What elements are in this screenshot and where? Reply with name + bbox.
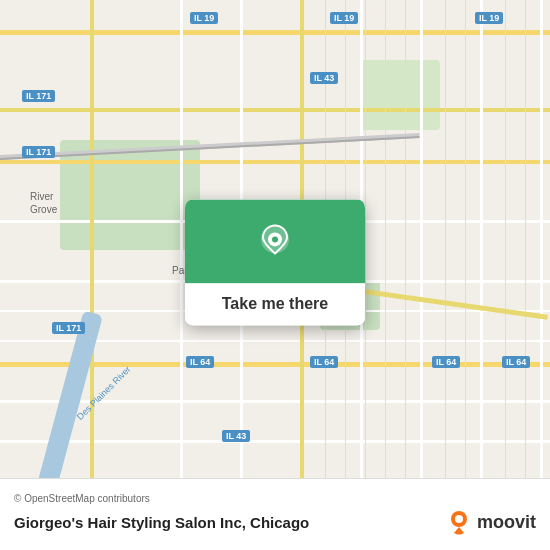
svg-point-4: [455, 515, 463, 523]
take-me-there-button[interactable]: Take me there: [185, 283, 365, 325]
label-il64-2: IL 64: [310, 356, 338, 368]
label-il19-1: IL 19: [190, 12, 218, 24]
grid-v3: [365, 0, 366, 550]
bottom-bar: © OpenStreetMap contributors Giorgeo's H…: [0, 478, 550, 550]
road-il19: [0, 30, 550, 35]
park-area: [60, 140, 200, 250]
park-area-2: [360, 60, 440, 130]
road-v6: [420, 0, 423, 550]
road-v-il171: [90, 0, 94, 550]
grid-v8: [505, 0, 506, 550]
popup-card: Take me there: [185, 199, 365, 325]
road-v8: [540, 0, 543, 550]
grid-v9: [525, 0, 526, 550]
grid-v7: [465, 0, 466, 550]
map-container: IL 19 IL 19 IL 19 IL 171 IL 43 IL 171 IL…: [0, 0, 550, 550]
grid-v4: [385, 0, 386, 550]
moovit-text: moovit: [477, 512, 536, 533]
label-il64-4: IL 64: [502, 356, 530, 368]
label-il64-1: IL 64: [186, 356, 214, 368]
label-river-grove: RiverGrove: [30, 190, 57, 216]
moovit-logo: moovit: [445, 508, 536, 536]
location-pin-icon: [253, 221, 297, 265]
label-il43-top: IL 43: [310, 72, 338, 84]
attribution-text: © OpenStreetMap contributors: [14, 493, 536, 504]
road-h2: [0, 108, 550, 112]
label-il64-3: IL 64: [432, 356, 460, 368]
label-il171-3: IL 171: [52, 322, 85, 334]
place-name: Giorgeo's Hair Styling Salon Inc, Chicag…: [14, 514, 309, 531]
road-h9: [0, 440, 550, 443]
popup-green-area: [185, 199, 365, 283]
road-il171-h: [0, 160, 550, 164]
label-il19-3: IL 19: [475, 12, 503, 24]
place-info-row: Giorgeo's Hair Styling Salon Inc, Chicag…: [14, 508, 536, 536]
take-me-there-label: Take me there: [222, 295, 328, 313]
road-v7: [480, 0, 483, 550]
label-il19-2: IL 19: [330, 12, 358, 24]
road-h8: [0, 400, 550, 403]
grid-v6: [445, 0, 446, 550]
label-il171-1: IL 171: [22, 90, 55, 102]
moovit-icon: [445, 508, 473, 536]
label-il171-2: IL 171: [22, 146, 55, 158]
label-il43-bot: IL 43: [222, 430, 250, 442]
grid-v5: [405, 0, 406, 550]
